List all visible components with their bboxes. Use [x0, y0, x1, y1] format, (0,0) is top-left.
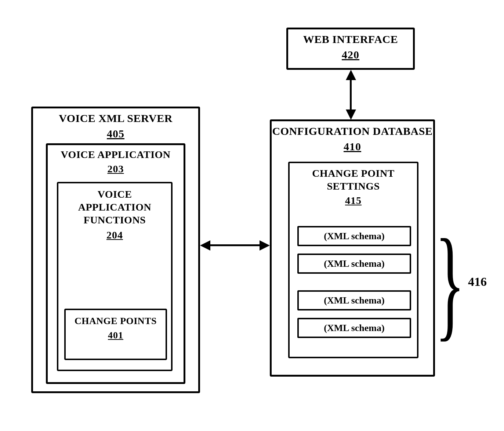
xml-schema-1: (XML schema) — [297, 226, 411, 246]
voice-app-functions-l2: APPLICATION — [58, 201, 171, 213]
xml-schema-4: (XML schema) — [297, 318, 411, 338]
arrowhead-down-icon — [346, 109, 356, 120]
xml-schema-3: (XML schema) — [297, 290, 411, 310]
xml-schema-3-label: (XML schema) — [324, 295, 384, 306]
web-interface-box: WEB INTERFACE 420 — [286, 28, 415, 70]
arrowhead-up-icon — [346, 70, 356, 80]
xml-schema-2: (XML schema) — [297, 254, 411, 274]
change-points-ref: 401 — [66, 330, 166, 342]
change-point-settings-ref: 415 — [290, 194, 417, 207]
xml-schema-4-label: (XML schema) — [324, 323, 384, 334]
xml-schema-2-label: (XML schema) — [324, 258, 384, 269]
arrowhead-left-icon — [200, 240, 210, 251]
voice-app-functions-l1: VOICE — [58, 188, 171, 201]
arrowhead-right-icon — [260, 240, 270, 251]
web-interface-ref: 420 — [288, 48, 413, 62]
brace-icon: } — [435, 220, 465, 345]
voice-application-ref: 203 — [48, 162, 184, 175]
arrow-web-to-db — [350, 76, 352, 113]
voice-app-functions-l3: FUNCTIONS — [58, 213, 171, 226]
voice-app-functions-ref: 204 — [58, 229, 171, 241]
change-points-box: CHANGE POINTS 401 — [64, 309, 167, 360]
voice-xml-server-title: VOICE XML SERVER — [33, 111, 198, 125]
config-db-ref: 410 — [272, 140, 433, 154]
web-interface-title: WEB INTERFACE — [288, 32, 413, 46]
diagram-canvas: WEB INTERFACE 420 VOICE XML SERVER 405 V… — [0, 0, 504, 431]
config-db-title: CONFIGURATION DATABASE — [272, 124, 433, 138]
voice-xml-server-ref: 405 — [33, 127, 198, 141]
change-point-settings-l1: CHANGE POINT — [290, 167, 417, 180]
change-points-title: CHANGE POINTS — [66, 315, 166, 327]
change-point-settings-l2: SETTINGS — [290, 180, 417, 193]
voice-application-title: VOICE APPLICATION — [48, 148, 184, 161]
xml-schema-1-label: (XML schema) — [324, 231, 384, 242]
arrow-server-to-db — [207, 244, 262, 246]
schema-group-ref: 416 — [468, 275, 487, 289]
